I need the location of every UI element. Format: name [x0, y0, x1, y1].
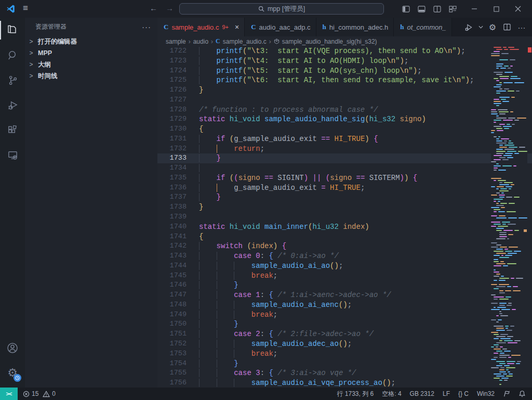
code-line-1735[interactable]: 1735 if ((signo == SIGINT) || (signo == …: [157, 173, 532, 183]
minimize-button[interactable]: [467, 0, 482, 18]
line-content: }: [199, 359, 238, 369]
overview-ruler[interactable]: [527, 46, 532, 388]
remote-indicator[interactable]: ><: [0, 388, 18, 400]
code-line-1739[interactable]: 1739: [157, 212, 532, 222]
minimap[interactable]: [491, 46, 527, 388]
sidebar-more-actions[interactable]: ···: [142, 22, 151, 31]
activity-run-debug-icon[interactable]: [0, 93, 25, 118]
code-line-1736[interactable]: 1736 g_sample_audio_exit = HI_TRUE;: [157, 183, 532, 193]
code-line-1749[interactable]: 1749 break;: [157, 310, 532, 320]
tab-close-icon[interactable]: ×: [235, 23, 239, 31]
code-line-1742[interactable]: 1742 switch (index) {: [157, 241, 532, 251]
code-line-1728[interactable]: 1728/* function : to process abnormal ca…: [157, 105, 532, 115]
tab-label: audio_aac_adp.c: [259, 23, 311, 31]
tab-hi_common_adec.h[interactable]: hhi_common_adec.h: [316, 18, 394, 36]
line-number: 1728: [157, 105, 187, 115]
code-line-1750[interactable]: 1750 }: [157, 319, 532, 329]
line-content: sample_audio_ai_aenc();: [199, 300, 352, 310]
code-line-1751[interactable]: 1751 case 2: { /* 2:file->adec->ao */: [157, 329, 532, 339]
code-line-1737[interactable]: 1737 }: [157, 192, 532, 202]
status-item[interactable]: Win32: [477, 390, 495, 397]
tab-ot_common_[interactable]: hot_common_: [394, 18, 451, 36]
toggle-panel-icon[interactable]: [414, 0, 429, 18]
run-or-debug-button[interactable]: [462, 20, 475, 34]
line-number: 1732: [157, 144, 187, 154]
status-item[interactable]: 空格: 4: [382, 390, 401, 398]
status-item[interactable]: {} C: [458, 390, 469, 397]
code-line-1723[interactable]: 1723 printf("\t4: start AI to AO(HDMI) l…: [157, 56, 532, 66]
code-line-1732[interactable]: 1732 return;: [157, 144, 532, 154]
accounts-icon[interactable]: [0, 336, 25, 360]
editor-settings-gear-icon[interactable]: ⚙: [486, 20, 499, 34]
code-line-1743[interactable]: 1743 case 0: { /* 0:ai->ao */: [157, 251, 532, 261]
code-line-1748[interactable]: 1748 sample_audio_ai_aenc();: [157, 300, 532, 310]
command-center-search[interactable]: mpp [管理员]: [179, 3, 384, 15]
code-line-1755[interactable]: 1755 case 3: { /* 3:ai->ao vqe */: [157, 368, 532, 378]
code-line-1752[interactable]: 1752 sample_audio_adec_ao();: [157, 339, 532, 349]
sidebar-section-时间线[interactable]: >时间线: [25, 70, 157, 82]
more-actions-button[interactable]: ···: [515, 20, 528, 34]
line-number: 1747: [157, 290, 187, 300]
code-line-1746[interactable]: 1746 }: [157, 280, 532, 290]
tab-bar: Csample_audio.c9+×Caudio_aac_adp.chhi_co…: [157, 18, 532, 36]
nav-back-icon[interactable]: ←: [150, 4, 157, 12]
line-number: 1724: [157, 66, 187, 76]
activity-remote-explorer-icon[interactable]: [0, 143, 25, 167]
code-line-1725[interactable]: 1725 printf("\t6: start AI, then send to…: [157, 75, 532, 85]
activity-source-control-icon[interactable]: [0, 68, 25, 93]
sidebar-section-打开的编辑器[interactable]: >打开的编辑器: [25, 36, 157, 47]
problems-status[interactable]: 15 0: [23, 390, 56, 397]
code-line-1738[interactable]: 1738}: [157, 202, 532, 212]
code-line-1734[interactable]: 1734: [157, 163, 532, 173]
line-number: 1748: [157, 300, 187, 310]
code-line-1754[interactable]: 1754 }: [157, 359, 532, 369]
tab-sample_audio.c[interactable]: Csample_audio.c9+×: [157, 18, 245, 36]
status-item[interactable]: LF: [443, 390, 450, 397]
nav-forward-icon[interactable]: →: [166, 4, 174, 12]
status-item[interactable]: 行 1733, 列 6: [337, 390, 374, 398]
split-editor-layout-icon[interactable]: [429, 0, 445, 18]
breadcrumb-item[interactable]: sample_audio_handle_sig(hi_s32): [282, 38, 377, 45]
code-line-1722[interactable]: 1722 printf("\t3: start AI(VQE process),…: [157, 46, 532, 56]
tab-audio_aac_adp.c[interactable]: Caudio_aac_adp.c: [245, 18, 316, 36]
activity-extensions-icon[interactable]: [0, 118, 25, 143]
code-line-1730[interactable]: 1730{: [157, 124, 532, 134]
run-dropdown-chevron-icon[interactable]: [477, 20, 484, 34]
code-line-1724[interactable]: 1724 printf("\t5: start AI to AO(sys_chn…: [157, 66, 532, 76]
code-line-1726[interactable]: 1726}: [157, 85, 532, 95]
customize-layout-icon[interactable]: [445, 0, 460, 18]
notifications-bell-icon[interactable]: [518, 390, 526, 397]
menu-hamburger-icon[interactable]: ≡: [23, 3, 28, 14]
code-line-1740[interactable]: 1740static hi_void main_inner(hi_u32 ind…: [157, 222, 532, 232]
breadcrumb-item[interactable]: audio: [193, 38, 208, 45]
feedback-flag-icon[interactable]: [503, 390, 510, 397]
maximize-button[interactable]: [488, 0, 504, 18]
line-content: }: [199, 192, 221, 202]
tab-label: hi_common_adec.h: [329, 23, 388, 31]
breadcrumb-item[interactable]: sample: [166, 38, 186, 45]
breadcrumb-item[interactable]: sample_audio.c: [223, 38, 267, 45]
code-line-1744[interactable]: 1744 sample_audio_ai_ao();: [157, 261, 532, 271]
file-type-icon: h: [400, 23, 404, 31]
code-line-1731[interactable]: 1731 if (g_sample_audio_exit == HI_TRUE)…: [157, 134, 532, 144]
split-editor-button[interactable]: [501, 20, 513, 34]
code-line-1741[interactable]: 1741{: [157, 232, 532, 242]
code-line-1747[interactable]: 1747 case 1: { /* 1:ai->aenc->adec->ao *…: [157, 290, 532, 300]
close-window-button[interactable]: [510, 0, 526, 18]
activity-explorer-icon[interactable]: [0, 18, 25, 43]
code-editor[interactable]: 1722 printf("\t3: start AI(VQE process),…: [157, 46, 532, 388]
code-line-1727[interactable]: 1727: [157, 95, 532, 105]
settings-gear-icon[interactable]: ⚙: [0, 360, 25, 385]
status-item[interactable]: GB 2312: [410, 390, 434, 397]
line-content: case 0: { /* 0:ai->ao */: [199, 251, 339, 261]
sidebar-section-MPP[interactable]: >MPP: [25, 47, 157, 59]
toggle-sidebar-icon[interactable]: [398, 0, 414, 18]
code-line-1729[interactable]: 1729static hi_void sample_audio_handle_s…: [157, 114, 532, 124]
code-line-1733[interactable]: 1733 }: [157, 153, 532, 163]
code-line-1753[interactable]: 1753 break;: [157, 349, 532, 359]
sidebar-section-大纲[interactable]: >大纲: [25, 59, 157, 70]
code-line-1756[interactable]: 1756 sample_audio_ai_vqe_process_ao();: [157, 378, 532, 388]
code-line-1745[interactable]: 1745 break;: [157, 271, 532, 281]
title-bar: ≡ ← → mpp [管理员]: [0, 0, 532, 18]
activity-search-icon[interactable]: [0, 43, 25, 68]
